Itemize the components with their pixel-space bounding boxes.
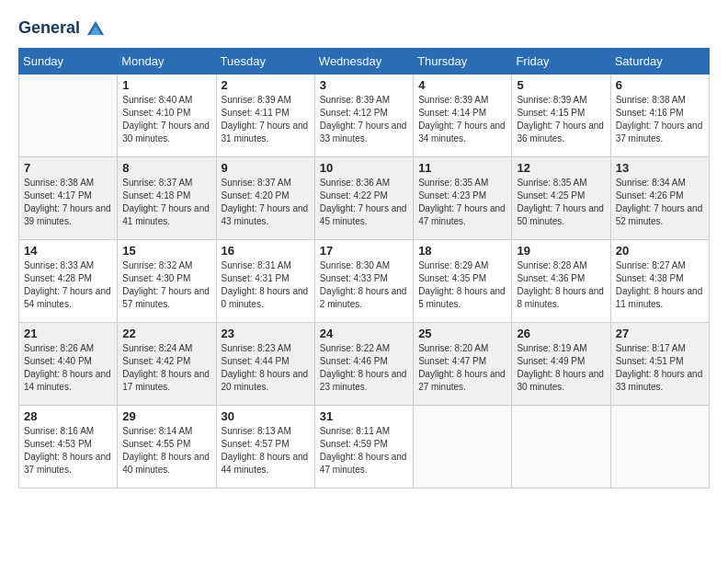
calendar-cell (19, 75, 118, 157)
sunset: Sunset: 4:49 PM (517, 356, 585, 366)
sunrise: Sunrise: 8:28 AM (517, 260, 586, 270)
day-number: 26 (517, 327, 605, 340)
day-number: 16 (222, 244, 310, 258)
day-info: Sunrise: 8:24 AM Sunset: 4:42 PM Dayligh… (122, 342, 210, 394)
day-info: Sunrise: 8:37 AM Sunset: 4:18 PM Dayligh… (122, 177, 210, 228)
sunset: Sunset: 4:36 PM (517, 273, 585, 283)
sunset: Sunset: 4:40 PM (24, 356, 92, 366)
sunrise: Sunrise: 8:23 AM (222, 343, 291, 353)
day-number: 31 (320, 409, 408, 423)
weekday-header-friday: Friday (512, 49, 610, 75)
sunrise: Sunrise: 8:39 AM (222, 95, 291, 105)
day-number: 20 (616, 244, 704, 258)
day-number: 28 (24, 409, 112, 423)
sunrise: Sunrise: 8:37 AM (222, 178, 291, 188)
day-number: 6 (616, 78, 704, 92)
day-number: 25 (418, 327, 506, 340)
sunset: Sunset: 4:44 PM (222, 356, 290, 366)
day-number: 14 (24, 244, 112, 258)
day-info: Sunrise: 8:23 AM Sunset: 4:44 PM Dayligh… (222, 342, 310, 394)
calendar-week-5: 28 Sunrise: 8:16 AM Sunset: 4:53 PM Dayl… (19, 406, 710, 488)
sunset: Sunset: 4:51 PM (616, 356, 684, 366)
day-info: Sunrise: 8:29 AM Sunset: 4:35 PM Dayligh… (418, 259, 506, 311)
daylight: Daylight: 7 hours and 30 minutes. (122, 121, 210, 144)
daylight: Daylight: 8 hours and 33 minutes. (616, 369, 703, 392)
daylight: Daylight: 8 hours and 23 minutes. (320, 369, 407, 392)
sunrise: Sunrise: 8:26 AM (24, 343, 94, 353)
sunset: Sunset: 4:47 PM (418, 356, 486, 366)
daylight: Daylight: 8 hours and 47 minutes. (320, 452, 407, 475)
day-info: Sunrise: 8:11 AM Sunset: 4:59 PM Dayligh… (320, 425, 408, 477)
day-number: 27 (616, 327, 704, 340)
day-info: Sunrise: 8:38 AM Sunset: 4:17 PM Dayligh… (24, 177, 112, 228)
daylight: Daylight: 7 hours and 47 minutes. (418, 203, 506, 226)
calendar-cell: 3 Sunrise: 8:39 AM Sunset: 4:12 PM Dayli… (314, 75, 413, 157)
day-info: Sunrise: 8:17 AM Sunset: 4:51 PM Dayligh… (616, 342, 704, 394)
sunset: Sunset: 4:31 PM (222, 273, 290, 283)
day-info: Sunrise: 8:33 AM Sunset: 4:28 PM Dayligh… (24, 259, 112, 311)
day-info: Sunrise: 8:35 AM Sunset: 4:23 PM Dayligh… (418, 177, 506, 228)
logo-text: General (18, 18, 106, 39)
calendar-cell: 13 Sunrise: 8:34 AM Sunset: 4:26 PM Dayl… (610, 157, 709, 240)
daylight: Daylight: 8 hours and 27 minutes. (418, 369, 506, 392)
daylight: Daylight: 7 hours and 54 minutes. (24, 286, 111, 309)
day-number: 18 (418, 244, 506, 258)
daylight: Daylight: 7 hours and 33 minutes. (320, 121, 407, 144)
day-info: Sunrise: 8:14 AM Sunset: 4:55 PM Dayligh… (122, 425, 210, 477)
calendar-cell: 7 Sunrise: 8:38 AM Sunset: 4:17 PM Dayli… (19, 157, 118, 240)
day-number: 7 (24, 161, 112, 175)
daylight: Daylight: 8 hours and 2 minutes. (320, 286, 407, 309)
sunset: Sunset: 4:22 PM (320, 190, 388, 201)
weekday-header-wednesday: Wednesday (314, 49, 413, 75)
day-info: Sunrise: 8:37 AM Sunset: 4:20 PM Dayligh… (222, 177, 310, 228)
sunrise: Sunrise: 8:22 AM (320, 343, 390, 353)
day-info: Sunrise: 8:39 AM Sunset: 4:12 PM Dayligh… (320, 94, 408, 145)
day-info: Sunrise: 8:28 AM Sunset: 4:36 PM Dayligh… (517, 259, 605, 311)
day-number: 12 (517, 161, 605, 175)
sunset: Sunset: 4:33 PM (320, 273, 388, 283)
sunrise: Sunrise: 8:20 AM (418, 343, 488, 353)
calendar-cell: 2 Sunrise: 8:39 AM Sunset: 4:11 PM Dayli… (216, 75, 314, 157)
day-info: Sunrise: 8:19 AM Sunset: 4:49 PM Dayligh… (517, 342, 605, 394)
calendar-cell: 4 Sunrise: 8:39 AM Sunset: 4:14 PM Dayli… (414, 75, 512, 157)
day-number: 1 (122, 78, 210, 92)
day-info: Sunrise: 8:34 AM Sunset: 4:26 PM Dayligh… (616, 177, 704, 228)
sunrise: Sunrise: 8:29 AM (418, 260, 488, 270)
calendar-cell: 11 Sunrise: 8:35 AM Sunset: 4:23 PM Dayl… (414, 157, 512, 240)
day-info: Sunrise: 8:35 AM Sunset: 4:25 PM Dayligh… (517, 177, 605, 228)
calendar-cell (414, 406, 512, 488)
sunset: Sunset: 4:53 PM (24, 439, 92, 449)
day-number: 10 (320, 161, 408, 175)
calendar-cell: 1 Sunrise: 8:40 AM Sunset: 4:10 PM Dayli… (118, 75, 216, 157)
calendar-week-1: 1 Sunrise: 8:40 AM Sunset: 4:10 PM Dayli… (19, 75, 710, 157)
daylight: Daylight: 8 hours and 8 minutes. (517, 286, 604, 309)
day-number: 30 (222, 409, 310, 423)
day-info: Sunrise: 8:36 AM Sunset: 4:22 PM Dayligh… (320, 177, 408, 228)
calendar-cell (512, 406, 610, 488)
calendar-cell: 19 Sunrise: 8:28 AM Sunset: 4:36 PM Dayl… (512, 240, 610, 323)
sunset: Sunset: 4:15 PM (517, 108, 585, 118)
calendar-cell: 6 Sunrise: 8:38 AM Sunset: 4:16 PM Dayli… (610, 75, 709, 157)
day-info: Sunrise: 8:26 AM Sunset: 4:40 PM Dayligh… (24, 342, 112, 394)
sunrise: Sunrise: 8:39 AM (320, 95, 390, 105)
day-info: Sunrise: 8:39 AM Sunset: 4:14 PM Dayligh… (418, 94, 506, 145)
daylight: Daylight: 8 hours and 37 minutes. (24, 452, 111, 475)
day-number: 13 (616, 161, 704, 175)
sunset: Sunset: 4:46 PM (320, 356, 388, 366)
sunset: Sunset: 4:42 PM (122, 356, 190, 366)
sunrise: Sunrise: 8:33 AM (24, 260, 94, 270)
day-number: 11 (418, 161, 506, 175)
day-info: Sunrise: 8:32 AM Sunset: 4:30 PM Dayligh… (122, 259, 210, 311)
calendar-cell: 24 Sunrise: 8:22 AM Sunset: 4:46 PM Dayl… (314, 323, 413, 406)
daylight: Daylight: 8 hours and 44 minutes. (222, 452, 309, 475)
daylight: Daylight: 8 hours and 14 minutes. (24, 369, 111, 392)
daylight: Daylight: 8 hours and 20 minutes. (222, 369, 309, 392)
daylight: Daylight: 7 hours and 43 minutes. (222, 203, 309, 226)
day-info: Sunrise: 8:16 AM Sunset: 4:53 PM Dayligh… (24, 425, 112, 477)
sunrise: Sunrise: 8:35 AM (418, 178, 488, 188)
day-number: 4 (418, 78, 506, 92)
sunrise: Sunrise: 8:32 AM (122, 260, 192, 270)
day-info: Sunrise: 8:27 AM Sunset: 4:38 PM Dayligh… (616, 259, 704, 311)
day-number: 17 (320, 244, 408, 258)
sunrise: Sunrise: 8:34 AM (616, 178, 686, 188)
